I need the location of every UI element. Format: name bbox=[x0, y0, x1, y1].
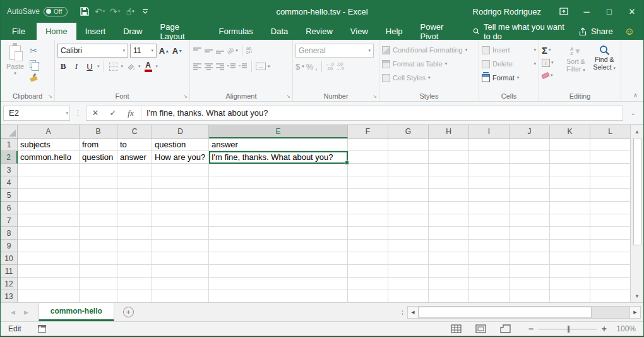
cell-C7[interactable] bbox=[117, 214, 152, 227]
row-header-6[interactable]: 6 bbox=[1, 202, 18, 214]
cell-A13[interactable] bbox=[18, 290, 80, 302]
cell-H7[interactable] bbox=[429, 214, 469, 227]
cell-H1[interactable] bbox=[429, 138, 469, 151]
cell-K3[interactable] bbox=[550, 164, 590, 176]
align-right-icon[interactable] bbox=[215, 63, 225, 70]
column-header-G[interactable]: G bbox=[388, 125, 429, 138]
vertical-scroll-thumb[interactable] bbox=[633, 138, 641, 245]
bold-button[interactable]: B bbox=[57, 60, 69, 73]
comma-icon[interactable]: , bbox=[315, 62, 318, 71]
cell-G4[interactable] bbox=[388, 176, 429, 189]
row-header-2[interactable]: 2 bbox=[1, 151, 18, 164]
scroll-right-icon[interactable]: ▶ bbox=[629, 306, 641, 319]
cell-A2[interactable]: common.hello bbox=[18, 151, 80, 164]
row-header-10[interactable]: 10 bbox=[1, 252, 18, 265]
cell-A6[interactable] bbox=[18, 202, 80, 214]
find-select-button[interactable]: Find & Select ▾ bbox=[591, 44, 618, 90]
new-sheet-button[interactable]: + bbox=[114, 303, 143, 321]
cell-B9[interactable] bbox=[80, 240, 117, 252]
cell-F3[interactable] bbox=[348, 164, 388, 176]
decrease-decimal-icon[interactable]: .00→.0 bbox=[336, 62, 344, 71]
cell-K5[interactable] bbox=[550, 189, 590, 202]
orientation-icon[interactable]: ab bbox=[225, 46, 236, 56]
cell-K1[interactable] bbox=[550, 138, 590, 151]
cell-G10[interactable] bbox=[388, 252, 429, 265]
column-header-D[interactable]: D bbox=[152, 125, 209, 138]
cell-F6[interactable] bbox=[348, 202, 388, 214]
ribbon-display-options-icon[interactable] bbox=[552, 0, 575, 23]
cell-C4[interactable] bbox=[117, 176, 152, 189]
row-header-13[interactable]: 13 bbox=[1, 290, 18, 302]
cell-B2[interactable]: question bbox=[80, 151, 117, 164]
autosum-button[interactable]: Σ▾ bbox=[542, 44, 561, 56]
cell-A5[interactable] bbox=[18, 189, 80, 202]
tab-home[interactable]: Home bbox=[37, 23, 76, 40]
cell-J13[interactable] bbox=[510, 290, 550, 302]
cell-E11[interactable] bbox=[209, 265, 348, 278]
font-dialog-launcher-icon[interactable]: ↘ bbox=[183, 94, 188, 99]
column-header-A[interactable]: A bbox=[18, 125, 80, 138]
borders-button[interactable] bbox=[108, 60, 119, 73]
minimize-button[interactable]: ─ bbox=[575, 0, 598, 23]
cell-J8[interactable] bbox=[510, 227, 550, 240]
cell-D8[interactable] bbox=[152, 227, 209, 240]
row-header-7[interactable]: 7 bbox=[1, 214, 18, 227]
cell-I11[interactable] bbox=[469, 265, 510, 278]
cell-D5[interactable] bbox=[152, 189, 209, 202]
cell-J3[interactable] bbox=[510, 164, 550, 176]
zoom-in-icon[interactable]: + bbox=[602, 324, 607, 334]
row-header-8[interactable]: 8 bbox=[1, 227, 18, 240]
cell-H9[interactable] bbox=[429, 240, 469, 252]
decrease-indent-icon[interactable] bbox=[227, 63, 236, 70]
cell-F1[interactable] bbox=[348, 138, 388, 151]
delete-cells-button[interactable]: Delete▾ bbox=[482, 58, 536, 70]
cut-button[interactable]: ✂ bbox=[30, 45, 40, 56]
collapse-ribbon-icon[interactable]: ∧ bbox=[633, 92, 638, 99]
cell-A3[interactable] bbox=[18, 164, 80, 176]
sheet-tab-common-hello[interactable]: common-hello bbox=[39, 303, 114, 321]
user-name[interactable]: Rodrigo Rodriguez bbox=[473, 7, 541, 16]
formula-input[interactable]: I'm fine, thanks. What about you? bbox=[143, 108, 623, 118]
cell-G1[interactable] bbox=[388, 138, 429, 151]
row-header-5[interactable]: 5 bbox=[1, 189, 18, 202]
cell-C2[interactable]: answer bbox=[117, 151, 152, 164]
formula-bar-resizer[interactable]: ⋮ bbox=[73, 109, 83, 117]
cell-F12[interactable] bbox=[348, 278, 388, 290]
align-middle-icon[interactable] bbox=[204, 47, 213, 54]
cell-I8[interactable] bbox=[469, 227, 510, 240]
cell-C6[interactable] bbox=[117, 202, 152, 214]
cell-D6[interactable] bbox=[152, 202, 209, 214]
cell-A11[interactable] bbox=[18, 265, 80, 278]
cell-B10[interactable] bbox=[80, 252, 117, 265]
cell-G6[interactable] bbox=[388, 202, 429, 214]
cell-B5[interactable] bbox=[80, 189, 117, 202]
number-dialog-launcher-icon[interactable]: ↘ bbox=[373, 94, 377, 99]
cell-E12[interactable] bbox=[209, 278, 348, 290]
cell-G8[interactable] bbox=[388, 227, 429, 240]
row-header-3[interactable]: 3 bbox=[1, 164, 18, 176]
tab-scrollbar-divider[interactable]: ⁞ bbox=[398, 303, 407, 321]
zoom-level[interactable]: 100% bbox=[612, 324, 636, 333]
cell-A7[interactable] bbox=[18, 214, 80, 227]
name-box[interactable]: E2 ▾ bbox=[3, 106, 70, 121]
cell-J9[interactable] bbox=[510, 240, 550, 252]
select-all-corner[interactable] bbox=[1, 125, 18, 138]
column-header-J[interactable]: J bbox=[510, 125, 550, 138]
cell-B8[interactable] bbox=[80, 227, 117, 240]
cell-L1[interactable] bbox=[590, 138, 630, 151]
tab-file[interactable]: File bbox=[1, 23, 37, 40]
cell-H8[interactable] bbox=[429, 227, 469, 240]
cell-G3[interactable] bbox=[388, 164, 429, 176]
cell-D13[interactable] bbox=[152, 290, 209, 302]
copy-button[interactable]: ▾ bbox=[30, 58, 40, 70]
cell-K13[interactable] bbox=[550, 290, 590, 302]
cell-H5[interactable] bbox=[429, 189, 469, 202]
tab-help[interactable]: Help bbox=[377, 23, 412, 40]
cell-G13[interactable] bbox=[388, 290, 429, 302]
cell-C3[interactable] bbox=[117, 164, 152, 176]
column-header-B[interactable]: B bbox=[80, 125, 117, 138]
cell-B12[interactable] bbox=[80, 278, 117, 290]
column-header-L[interactable]: L bbox=[590, 125, 630, 138]
italic-button[interactable]: I bbox=[71, 60, 82, 73]
cell-G2[interactable] bbox=[388, 151, 429, 164]
